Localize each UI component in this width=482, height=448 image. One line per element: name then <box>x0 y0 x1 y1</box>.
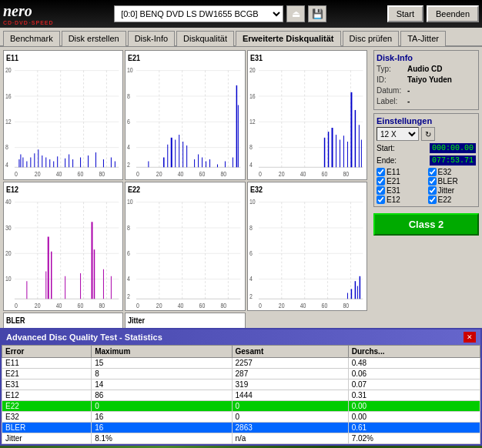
start-time-row: Start: 000:00.00 <box>377 143 476 153</box>
typ-label: Typ: <box>377 64 406 75</box>
checkbox-E11[interactable] <box>377 168 385 176</box>
svg-text:60: 60 <box>321 302 327 309</box>
cb-label-E22: E22 <box>438 196 452 204</box>
cd-dvd-text: CD·DVD <box>3 20 28 25</box>
speed-select[interactable]: 12 X <box>377 127 419 141</box>
svg-text:8: 8 <box>5 143 8 151</box>
tab-diskqualitat[interactable]: Diskqualität <box>176 31 234 46</box>
cb-label-E11: E11 <box>387 168 400 176</box>
tab-benchmark[interactable]: Benchmark <box>3 31 60 46</box>
checkbox-E31[interactable] <box>377 186 385 195</box>
svg-rect-42 <box>126 51 244 179</box>
svg-text:2: 2 <box>249 293 253 300</box>
svg-text:0: 0 <box>259 170 262 178</box>
cb-E31: E31 <box>377 186 425 195</box>
svg-text:40: 40 <box>56 170 62 178</box>
svg-text:0: 0 <box>136 170 139 178</box>
svg-text:6: 6 <box>249 249 253 257</box>
drive-select[interactable]: [0:0] BENQ DVD LS DW1655 BCGB <box>114 5 283 22</box>
chart-E12: E12 40 30 20 10 0 20 40 60 80 <box>3 182 123 312</box>
table-row: E128614440.31 <box>2 390 480 401</box>
tab-disk-info[interactable]: Disk-Info <box>128 31 175 46</box>
speed-text: SPEED <box>32 20 54 25</box>
label-value: - <box>407 96 410 107</box>
svg-text:8: 8 <box>249 223 253 231</box>
ende-time-value: 077:53.71 <box>430 155 476 165</box>
cb-BLER: BLER <box>428 177 477 186</box>
svg-text:6: 6 <box>127 249 130 257</box>
save-icon-btn[interactable]: 💾 <box>308 5 326 22</box>
table-row: E2182870.06 <box>2 369 480 379</box>
class-button[interactable]: Class 2 <box>373 213 479 236</box>
stats-close-button[interactable]: ✕ <box>464 332 476 343</box>
drive-icon-btn[interactable]: ⏏ <box>286 5 305 22</box>
svg-text:30: 30 <box>5 223 12 231</box>
svg-text:20: 20 <box>156 302 162 309</box>
cb-E22: E22 <box>428 196 477 204</box>
table-row: BLER1628630.61 <box>2 423 480 433</box>
table-row: Jitter8.1%n/a7.02% <box>2 433 480 444</box>
start-time-value: 000:00.00 <box>430 143 476 153</box>
nero-logo: nero CD·DVD · SPEED <box>3 2 54 25</box>
disk-info-label: Label: - <box>377 96 476 107</box>
svg-text:20: 20 <box>278 302 284 309</box>
tab-disk-erstellen[interactable]: Disk erstellen <box>62 31 126 46</box>
svg-text:0: 0 <box>15 170 18 178</box>
svg-text:80: 80 <box>99 170 105 178</box>
col-maximum: Maximum <box>92 346 232 358</box>
svg-text:40: 40 <box>56 302 62 309</box>
svg-text:E22: E22 <box>128 184 140 193</box>
tab-ta-jitter[interactable]: TA-Jitter <box>400 31 446 46</box>
svg-text:4: 4 <box>127 275 130 283</box>
svg-text:12: 12 <box>249 118 256 125</box>
svg-text:E21: E21 <box>128 53 140 62</box>
checkbox-E32[interactable] <box>428 168 437 176</box>
svg-text:0: 0 <box>136 302 139 309</box>
svg-text:8: 8 <box>127 92 130 100</box>
checkboxes-grid: E11 E32 E21 BLER <box>377 168 476 204</box>
svg-text:E11: E11 <box>6 53 18 62</box>
divider-dot: · <box>29 20 31 25</box>
col-error: Error <box>2 346 92 358</box>
label-label: Label: <box>377 96 406 107</box>
refresh-button[interactable]: ↻ <box>421 127 435 141</box>
tab-disc-prufen[interactable]: Disc prüfen <box>343 31 400 46</box>
checkbox-BLER[interactable] <box>428 177 437 186</box>
cb-label-E32: E32 <box>438 168 452 176</box>
svg-text:10: 10 <box>127 198 133 206</box>
end-button[interactable]: Beenden <box>427 5 479 22</box>
svg-text:20: 20 <box>278 170 284 178</box>
svg-text:40: 40 <box>5 198 12 206</box>
svg-text:60: 60 <box>199 302 206 309</box>
svg-text:40: 40 <box>178 170 184 178</box>
start-button[interactable]: Start <box>387 5 423 22</box>
title-right-btns: Start Beenden <box>387 5 479 22</box>
cb-Jitter: Jitter <box>428 186 477 195</box>
chart-E22: E22 10 8 6 4 2 0 20 40 60 80 <box>125 182 245 312</box>
drive-controls: [0:0] BENQ DVD LS DW1655 BCGB ⏏ 💾 <box>54 5 387 22</box>
checkbox-E22[interactable] <box>428 196 437 204</box>
checkbox-E21[interactable] <box>377 177 385 186</box>
ende-time-row: Ende: 077:53.71 <box>377 155 476 165</box>
svg-text:2: 2 <box>127 293 130 300</box>
id-value: Taiyo Yuden <box>407 75 452 85</box>
checkbox-E12[interactable] <box>377 196 385 204</box>
svg-text:60: 60 <box>199 170 206 178</box>
chart-E32: E32 10 8 6 4 2 0 20 40 60 80 <box>247 182 367 312</box>
speed-row: 12 X ↻ <box>377 127 476 141</box>
svg-text:60: 60 <box>321 170 327 178</box>
tab-erweiterte[interactable]: Erweiterte Diskqualität <box>236 31 341 46</box>
typ-value: Audio CD <box>407 64 443 75</box>
svg-rect-81 <box>248 51 367 179</box>
id-label: ID: <box>377 75 406 85</box>
svg-text:80: 80 <box>343 302 349 309</box>
checkbox-Jitter[interactable] <box>428 186 437 195</box>
stats-title: Advanced Disc Quality Test - Statistics <box>6 333 162 342</box>
table-row: E321600.00 <box>2 412 480 423</box>
svg-text:4: 4 <box>5 161 8 169</box>
svg-text:80: 80 <box>343 170 349 178</box>
title-bar: nero CD·DVD · SPEED [0:0] BENQ DVD LS DW… <box>0 0 482 28</box>
chart-E31: E31 20 16 12 8 4 0 20 40 60 80 <box>247 50 367 180</box>
svg-rect-0 <box>4 51 122 179</box>
chart-E21: E21 10 8 6 4 2 0 20 40 60 80 <box>125 50 245 180</box>
